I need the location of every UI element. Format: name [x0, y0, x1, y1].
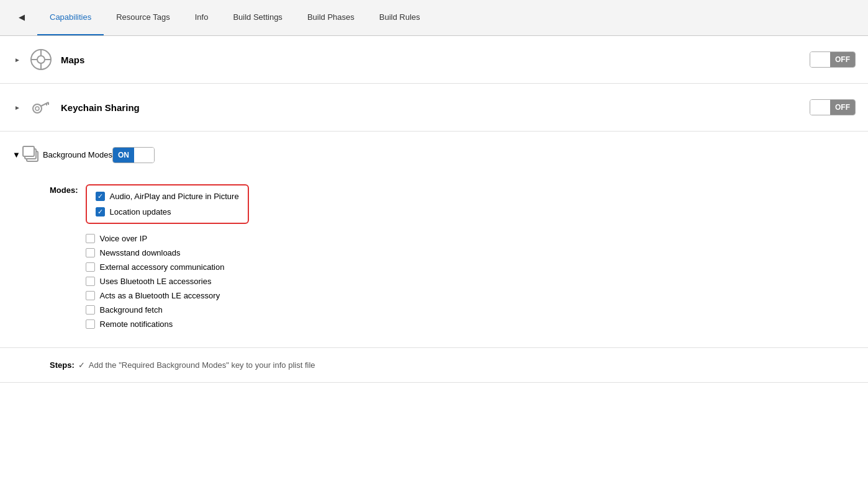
tab-build-settings[interactable]: Build Settings — [220, 0, 295, 35]
svg-point-7 — [35, 107, 39, 110]
svg-point-6 — [33, 104, 42, 113]
tab-capabilities[interactable]: Capabilities — [37, 0, 104, 35]
mode-newsstand-row: Newsstand downloads — [86, 248, 249, 257]
mode-bluetooth-accessory-checkbox[interactable] — [86, 291, 95, 300]
mode-external-checkbox[interactable] — [86, 262, 95, 272]
mode-newsstand-label: Newsstand downloads — [100, 248, 181, 257]
keychain-toggle-label: OFF — [830, 100, 855, 115]
mode-bgfetch-checkbox[interactable] — [86, 305, 95, 315]
modes-content: Modes: ✓ Audio, AirPlay and Picture in P… — [0, 178, 868, 341]
mode-bluetooth-le-label: Uses Bluetooth LE accessories — [100, 277, 212, 286]
modes-list: ✓ Audio, AirPlay and Picture in Picture … — [86, 184, 249, 329]
mode-bluetooth-accessory-label: Acts as a Bluetooth LE accessory — [100, 291, 220, 300]
mode-bluetooth-le-row: Uses Bluetooth LE accessories — [86, 277, 249, 286]
modes-label: Modes: — [50, 184, 78, 195]
maps-icon — [29, 47, 53, 72]
keychain-expand-arrow[interactable]: ► — [12, 102, 22, 112]
maps-row: ► Maps OFF — [0, 36, 868, 84]
mode-bluetooth-accessory-row: Acts as a Bluetooth LE accessory — [86, 291, 249, 300]
mode-bluetooth-le-checkbox[interactable] — [86, 277, 95, 286]
maps-toggle[interactable]: OFF — [810, 51, 856, 68]
maps-expand-arrow[interactable]: ► — [12, 55, 22, 65]
tab-info[interactable]: Info — [183, 0, 221, 35]
mode-bgfetch-label: Background fetch — [100, 305, 163, 315]
bgmodes-icon — [20, 143, 43, 167]
mode-location-checkbox[interactable]: ✓ — [96, 207, 105, 217]
keychain-title: Keychain Sharing — [61, 102, 810, 113]
mode-location-row: ✓ Location updates — [96, 207, 239, 217]
mode-remote-notif-row: Remote notifications — [86, 319, 249, 329]
mode-external-label: External accessory communication — [100, 262, 225, 272]
bgmodes-title: Background Modes — [43, 150, 112, 159]
maps-toggle-label: OFF — [830, 52, 855, 67]
bgmodes-toggle[interactable]: ON — [112, 147, 155, 163]
tab-general[interactable]: ◀ — [6, 0, 37, 35]
steps-label: Steps: — [50, 360, 75, 370]
keychain-toggle-blank — [810, 100, 830, 115]
keychain-row: ► Keychain Sharing OFF — [0, 84, 868, 132]
mode-voip-row: Voice over IP — [86, 234, 249, 243]
mode-audio-checkbox[interactable]: ✓ — [96, 192, 105, 201]
maps-toggle-blank — [810, 52, 830, 67]
tab-bar: ◀ Capabilities Resource Tags Info Build … — [0, 0, 868, 36]
svg-point-1 — [37, 56, 45, 63]
mode-audio-label: Audio, AirPlay and Picture in Picture — [110, 192, 239, 201]
background-modes-section: ▼ Background Modes ON Modes: — [0, 132, 868, 383]
mode-bgfetch-row: Background fetch — [86, 305, 249, 315]
bgmodes-toggle-blank — [134, 148, 154, 163]
background-modes-header: ▼ Background Modes ON — [0, 132, 868, 178]
mode-location-label: Location updates — [110, 207, 171, 217]
keychain-toggle[interactable]: OFF — [810, 99, 856, 115]
steps-checkmark-icon: ✓ — [78, 360, 85, 370]
mode-remote-notif-label: Remote notifications — [100, 319, 173, 329]
mode-voip-checkbox[interactable] — [86, 234, 95, 243]
svg-line-8 — [41, 102, 48, 106]
maps-title: Maps — [61, 55, 810, 65]
mode-voip-label: Voice over IP — [100, 234, 148, 243]
bgmodes-expand-arrow[interactable]: ▼ — [12, 150, 20, 159]
bgmodes-toggle-on-label: ON — [113, 148, 134, 163]
mode-newsstand-checkbox[interactable] — [86, 248, 95, 257]
tab-build-rules[interactable]: Build Rules — [367, 0, 433, 35]
main-content: ► Maps OFF ► — [0, 36, 868, 383]
tab-resource-tags[interactable]: Resource Tags — [104, 0, 182, 35]
keychain-icon — [29, 95, 53, 120]
svg-rect-13 — [23, 146, 34, 156]
steps-row: Steps: ✓ Add the "Required Background Mo… — [50, 360, 856, 370]
tab-build-phases[interactable]: Build Phases — [295, 0, 367, 35]
steps-text: Add the "Required Background Modes" key … — [89, 360, 315, 370]
modes-label-row: Modes: ✓ Audio, AirPlay and Picture in P… — [50, 184, 856, 329]
mode-audio-row: ✓ Audio, AirPlay and Picture in Picture — [96, 192, 239, 201]
mode-external-row: External accessory communication — [86, 262, 249, 272]
highlighted-modes-box: ✓ Audio, AirPlay and Picture in Picture … — [86, 184, 249, 224]
steps-section: Steps: ✓ Add the "Required Background Mo… — [0, 347, 868, 382]
mode-remote-notif-checkbox[interactable] — [86, 319, 95, 329]
